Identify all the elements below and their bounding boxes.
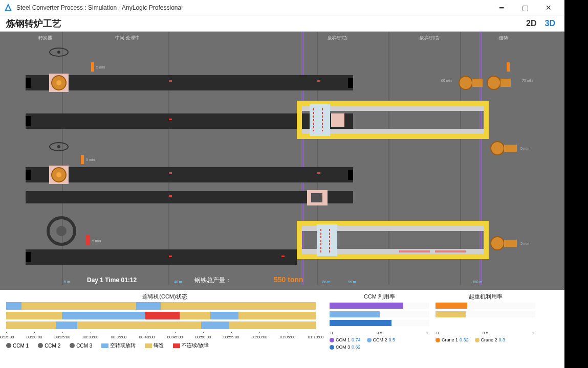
bottom-panel: 连铸机(CCM)状态 00:15:0000:20:0000:25:0000:30… — [0, 290, 564, 368]
gantt-row — [6, 312, 316, 319]
svg-rect-13 — [317, 80, 320, 82]
svg-rect-24 — [26, 116, 31, 126]
svg-text:5 m: 5 m — [64, 280, 70, 284]
svg-text:5 min: 5 min — [96, 65, 105, 69]
track — [26, 167, 353, 182]
marker-icon — [91, 62, 94, 72]
sim-clock: Day 1 Time 01:12 — [87, 277, 137, 284]
simulation-canvas[interactable]: 转换器 中间 处理中 废弃/卸货 废弃/卸货 连铸 — [0, 32, 564, 290]
svg-rect-47 — [81, 155, 84, 164]
maximize-button[interactable]: ▢ — [513, 0, 537, 15]
svg-rect-52 — [311, 193, 322, 202]
svg-point-36 — [57, 145, 60, 148]
svg-rect-59 — [484, 221, 489, 259]
svg-rect-28 — [297, 101, 302, 139]
svg-rect-40 — [26, 170, 31, 180]
svg-rect-68 — [504, 240, 517, 247]
track — [26, 75, 353, 90]
svg-text:5 min: 5 min — [520, 242, 529, 245]
svg-text:60 min: 60 min — [441, 79, 452, 82]
zone-label: 中间 处理中 — [115, 35, 140, 40]
svg-rect-34 — [331, 113, 344, 127]
svg-rect-10 — [26, 78, 31, 88]
gantt-legend: CCM 1 CCM 2 CCM 3 空转或放转 铸造 不连续/故障 — [6, 342, 323, 349]
view-3d-button[interactable]: 3D — [542, 18, 558, 29]
output-value: 550 tonn — [274, 275, 303, 284]
zone-label: 废弃/卸货 — [420, 35, 440, 40]
gantt-axis: 00:15:0000:20:0000:25:0000:30:0000:35:00… — [6, 333, 316, 340]
svg-rect-70 — [26, 249, 297, 265]
svg-rect-58 — [297, 221, 302, 259]
gantt-section: 连铸机(CCM)状态 00:15:0000:20:0000:25:0000:30… — [6, 293, 323, 349]
zone-label: 连铸 — [499, 35, 508, 40]
zone-label: 废弃/卸货 — [328, 35, 347, 40]
util-bar — [330, 311, 429, 318]
svg-rect-38 — [504, 145, 517, 152]
ccm-car-icon — [310, 104, 330, 136]
util-bar — [330, 302, 429, 309]
svg-rect-49 — [26, 191, 353, 203]
svg-rect-65 — [399, 250, 430, 252]
track — [26, 113, 353, 129]
model-title: 炼钢转炉工艺 — [6, 17, 523, 30]
svg-rect-41 — [348, 170, 353, 180]
svg-text:40 m: 40 m — [174, 280, 182, 284]
svg-rect-21 — [472, 79, 483, 87]
ccm-util-legend: CCM 10.74CCM 20.5CCM 30.62 — [330, 337, 429, 350]
window-title: Steel Converter Process : Simulation - A… — [16, 4, 490, 11]
svg-point-46 — [56, 172, 61, 177]
svg-text:5 min: 5 min — [520, 147, 529, 150]
zone-label: 转换器 — [38, 35, 52, 40]
svg-point-37 — [491, 142, 504, 155]
svg-point-22 — [487, 76, 500, 89]
minimize-button[interactable]: ━ — [490, 0, 513, 15]
svg-point-53 — [56, 226, 67, 236]
svg-point-15 — [56, 80, 61, 85]
svg-rect-71 — [26, 252, 31, 262]
svg-text:5 min: 5 min — [92, 239, 101, 243]
gantt-chart — [6, 302, 323, 333]
svg-rect-73 — [281, 256, 285, 257]
svg-rect-42 — [169, 172, 172, 174]
svg-rect-43 — [317, 172, 320, 174]
svg-text:95 m: 95 m — [348, 280, 356, 284]
gantt-title: 连铸机(CCM)状态 — [6, 293, 323, 301]
svg-rect-11 — [348, 78, 353, 88]
svg-rect-62 — [317, 224, 337, 256]
svg-rect-50 — [169, 195, 172, 197]
sim-svg: 转换器 中间 处理中 废弃/卸货 废弃/卸货 连铸 — [0, 32, 564, 290]
svg-rect-25 — [169, 119, 172, 120]
svg-point-67 — [491, 237, 504, 250]
svg-text:75 min: 75 min — [522, 79, 533, 82]
svg-text:5 min: 5 min — [86, 158, 95, 162]
titlebar: Steel Converter Process : Simulation - A… — [0, 0, 564, 15]
crane-util-legend: Crane 10.32Crane 20.3 — [435, 337, 535, 342]
svg-rect-23 — [500, 79, 511, 87]
gantt-row — [6, 302, 316, 310]
crane-util-section: 起重机利用率 0 0.5 1 Crane 10.32Crane 20.3 — [435, 293, 535, 342]
svg-point-9 — [57, 51, 60, 54]
svg-rect-66 — [435, 250, 466, 252]
output-label: 钢铁总产量： — [194, 277, 231, 284]
util-bar — [435, 311, 535, 318]
svg-rect-72 — [169, 256, 172, 257]
svg-text:85 m: 85 m — [322, 280, 331, 284]
view-toggle: 2D 3D — [523, 18, 558, 29]
svg-text:150 m: 150 m — [472, 280, 483, 284]
ccm-util-chart — [330, 302, 429, 331]
svg-point-20 — [459, 76, 472, 89]
svg-rect-17 — [507, 62, 510, 72]
close-button[interactable]: ✕ — [537, 0, 560, 15]
util-bar — [435, 302, 535, 309]
svg-rect-29 — [484, 101, 489, 139]
anylogic-icon — [4, 4, 12, 12]
ccm-util-section: CCM 利用率 0 0.5 1 CCM 10.74CCM 20.5CCM 30.… — [330, 293, 429, 350]
view-2d-button[interactable]: 2D — [523, 18, 539, 29]
app-window: Steel Converter Process : Simulation - A… — [0, 0, 564, 368]
svg-rect-12 — [169, 80, 172, 82]
svg-rect-54 — [86, 235, 90, 245]
util-bar — [330, 319, 429, 327]
crane-util-chart — [435, 302, 535, 331]
gantt-row — [6, 321, 316, 329]
model-header: 炼钢转炉工艺 2D 3D — [0, 15, 564, 32]
